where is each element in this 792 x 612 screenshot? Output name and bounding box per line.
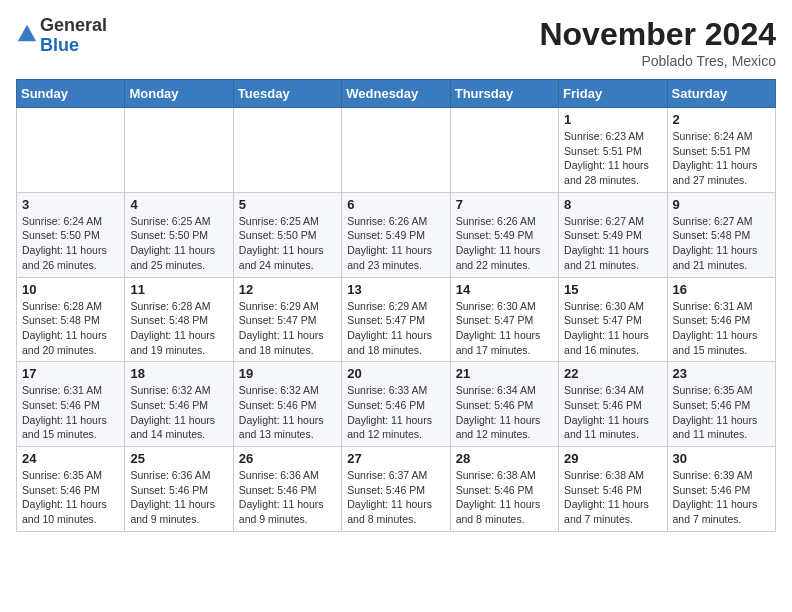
calendar-cell: 5Sunrise: 6:25 AM Sunset: 5:50 PM Daylig… — [233, 192, 341, 277]
day-number: 5 — [239, 197, 336, 212]
day-header: Monday — [125, 80, 233, 108]
day-number: 4 — [130, 197, 227, 212]
day-number: 1 — [564, 112, 661, 127]
day-info: Sunrise: 6:33 AM Sunset: 5:46 PM Dayligh… — [347, 383, 444, 442]
day-info: Sunrise: 6:38 AM Sunset: 5:46 PM Dayligh… — [456, 468, 553, 527]
day-number: 8 — [564, 197, 661, 212]
day-info: Sunrise: 6:39 AM Sunset: 5:46 PM Dayligh… — [673, 468, 770, 527]
page-header: General Blue November 2024 Poblado Tres,… — [16, 16, 776, 69]
calendar-cell: 19Sunrise: 6:32 AM Sunset: 5:46 PM Dayli… — [233, 362, 341, 447]
day-info: Sunrise: 6:31 AM Sunset: 5:46 PM Dayligh… — [673, 299, 770, 358]
day-info: Sunrise: 6:24 AM Sunset: 5:50 PM Dayligh… — [22, 214, 119, 273]
calendar-cell: 1Sunrise: 6:23 AM Sunset: 5:51 PM Daylig… — [559, 108, 667, 193]
day-info: Sunrise: 6:28 AM Sunset: 5:48 PM Dayligh… — [22, 299, 119, 358]
day-header: Saturday — [667, 80, 775, 108]
calendar-cell: 23Sunrise: 6:35 AM Sunset: 5:46 PM Dayli… — [667, 362, 775, 447]
day-number: 7 — [456, 197, 553, 212]
day-number: 11 — [130, 282, 227, 297]
day-info: Sunrise: 6:34 AM Sunset: 5:46 PM Dayligh… — [564, 383, 661, 442]
logo-text: General Blue — [40, 16, 107, 56]
day-info: Sunrise: 6:36 AM Sunset: 5:46 PM Dayligh… — [130, 468, 227, 527]
calendar-cell: 9Sunrise: 6:27 AM Sunset: 5:48 PM Daylig… — [667, 192, 775, 277]
calendar-cell: 6Sunrise: 6:26 AM Sunset: 5:49 PM Daylig… — [342, 192, 450, 277]
location: Poblado Tres, Mexico — [539, 53, 776, 69]
day-info: Sunrise: 6:27 AM Sunset: 5:49 PM Dayligh… — [564, 214, 661, 273]
calendar-cell: 3Sunrise: 6:24 AM Sunset: 5:50 PM Daylig… — [17, 192, 125, 277]
day-number: 14 — [456, 282, 553, 297]
day-number: 17 — [22, 366, 119, 381]
calendar-cell — [125, 108, 233, 193]
calendar-cell: 8Sunrise: 6:27 AM Sunset: 5:49 PM Daylig… — [559, 192, 667, 277]
day-header: Tuesday — [233, 80, 341, 108]
day-number: 9 — [673, 197, 770, 212]
calendar-cell: 7Sunrise: 6:26 AM Sunset: 5:49 PM Daylig… — [450, 192, 558, 277]
day-info: Sunrise: 6:28 AM Sunset: 5:48 PM Dayligh… — [130, 299, 227, 358]
day-info: Sunrise: 6:24 AM Sunset: 5:51 PM Dayligh… — [673, 129, 770, 188]
logo-blue: Blue — [40, 35, 79, 55]
calendar-cell — [450, 108, 558, 193]
day-number: 29 — [564, 451, 661, 466]
logo-icon — [16, 23, 38, 45]
day-info: Sunrise: 6:35 AM Sunset: 5:46 PM Dayligh… — [673, 383, 770, 442]
calendar-header-row: SundayMondayTuesdayWednesdayThursdayFrid… — [17, 80, 776, 108]
day-info: Sunrise: 6:25 AM Sunset: 5:50 PM Dayligh… — [239, 214, 336, 273]
calendar-cell: 26Sunrise: 6:36 AM Sunset: 5:46 PM Dayli… — [233, 447, 341, 532]
day-number: 22 — [564, 366, 661, 381]
day-info: Sunrise: 6:26 AM Sunset: 5:49 PM Dayligh… — [456, 214, 553, 273]
day-number: 18 — [130, 366, 227, 381]
title-block: November 2024 Poblado Tres, Mexico — [539, 16, 776, 69]
calendar-cell: 17Sunrise: 6:31 AM Sunset: 5:46 PM Dayli… — [17, 362, 125, 447]
day-info: Sunrise: 6:30 AM Sunset: 5:47 PM Dayligh… — [564, 299, 661, 358]
calendar-cell — [233, 108, 341, 193]
day-info: Sunrise: 6:26 AM Sunset: 5:49 PM Dayligh… — [347, 214, 444, 273]
day-number: 6 — [347, 197, 444, 212]
day-number: 19 — [239, 366, 336, 381]
day-info: Sunrise: 6:38 AM Sunset: 5:46 PM Dayligh… — [564, 468, 661, 527]
calendar-cell: 22Sunrise: 6:34 AM Sunset: 5:46 PM Dayli… — [559, 362, 667, 447]
day-info: Sunrise: 6:35 AM Sunset: 5:46 PM Dayligh… — [22, 468, 119, 527]
calendar: SundayMondayTuesdayWednesdayThursdayFrid… — [16, 79, 776, 532]
calendar-cell: 20Sunrise: 6:33 AM Sunset: 5:46 PM Dayli… — [342, 362, 450, 447]
day-number: 16 — [673, 282, 770, 297]
calendar-cell: 16Sunrise: 6:31 AM Sunset: 5:46 PM Dayli… — [667, 277, 775, 362]
calendar-cell: 11Sunrise: 6:28 AM Sunset: 5:48 PM Dayli… — [125, 277, 233, 362]
day-number: 23 — [673, 366, 770, 381]
day-number: 21 — [456, 366, 553, 381]
day-number: 10 — [22, 282, 119, 297]
day-number: 12 — [239, 282, 336, 297]
day-header: Thursday — [450, 80, 558, 108]
calendar-cell: 13Sunrise: 6:29 AM Sunset: 5:47 PM Dayli… — [342, 277, 450, 362]
day-info: Sunrise: 6:23 AM Sunset: 5:51 PM Dayligh… — [564, 129, 661, 188]
day-number: 20 — [347, 366, 444, 381]
svg-marker-0 — [18, 25, 36, 42]
calendar-cell: 2Sunrise: 6:24 AM Sunset: 5:51 PM Daylig… — [667, 108, 775, 193]
day-number: 2 — [673, 112, 770, 127]
calendar-cell: 10Sunrise: 6:28 AM Sunset: 5:48 PM Dayli… — [17, 277, 125, 362]
day-header: Friday — [559, 80, 667, 108]
day-info: Sunrise: 6:34 AM Sunset: 5:46 PM Dayligh… — [456, 383, 553, 442]
calendar-cell: 18Sunrise: 6:32 AM Sunset: 5:46 PM Dayli… — [125, 362, 233, 447]
day-number: 24 — [22, 451, 119, 466]
calendar-cell: 25Sunrise: 6:36 AM Sunset: 5:46 PM Dayli… — [125, 447, 233, 532]
logo: General Blue — [16, 16, 107, 56]
logo-general: General — [40, 15, 107, 35]
calendar-week-row: 3Sunrise: 6:24 AM Sunset: 5:50 PM Daylig… — [17, 192, 776, 277]
day-number: 25 — [130, 451, 227, 466]
day-info: Sunrise: 6:30 AM Sunset: 5:47 PM Dayligh… — [456, 299, 553, 358]
day-number: 27 — [347, 451, 444, 466]
calendar-cell — [342, 108, 450, 193]
calendar-week-row: 1Sunrise: 6:23 AM Sunset: 5:51 PM Daylig… — [17, 108, 776, 193]
calendar-week-row: 10Sunrise: 6:28 AM Sunset: 5:48 PM Dayli… — [17, 277, 776, 362]
day-number: 3 — [22, 197, 119, 212]
calendar-cell: 24Sunrise: 6:35 AM Sunset: 5:46 PM Dayli… — [17, 447, 125, 532]
day-number: 15 — [564, 282, 661, 297]
day-number: 30 — [673, 451, 770, 466]
day-info: Sunrise: 6:32 AM Sunset: 5:46 PM Dayligh… — [239, 383, 336, 442]
calendar-cell: 29Sunrise: 6:38 AM Sunset: 5:46 PM Dayli… — [559, 447, 667, 532]
day-header: Wednesday — [342, 80, 450, 108]
day-header: Sunday — [17, 80, 125, 108]
calendar-cell: 4Sunrise: 6:25 AM Sunset: 5:50 PM Daylig… — [125, 192, 233, 277]
calendar-cell: 15Sunrise: 6:30 AM Sunset: 5:47 PM Dayli… — [559, 277, 667, 362]
day-info: Sunrise: 6:37 AM Sunset: 5:46 PM Dayligh… — [347, 468, 444, 527]
month-title: November 2024 — [539, 16, 776, 53]
